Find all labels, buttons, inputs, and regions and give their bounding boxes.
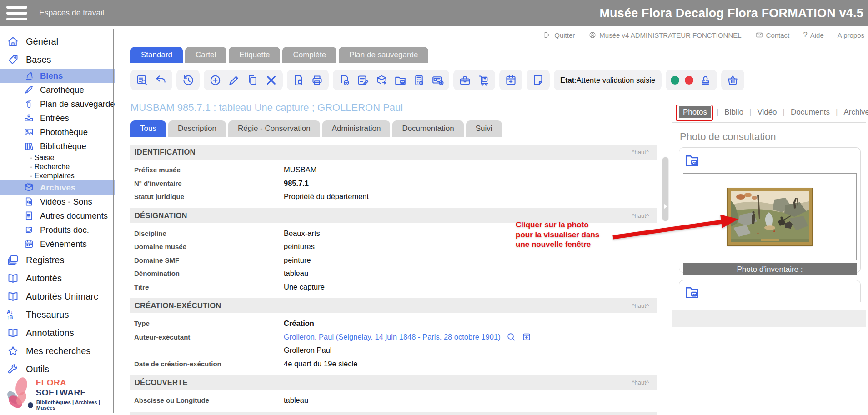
- sidebar-item-biens[interactable]: Biens: [0, 69, 115, 83]
- sidebar-item-caroth-que[interactable]: Carothèque: [0, 83, 115, 97]
- sidebar-item-g-n-ral[interactable]: Général: [0, 32, 115, 50]
- sidebar-item-label: Evènements: [40, 239, 87, 249]
- user-link-a[interactable]: A propos: [838, 31, 864, 39]
- record-tab-suivi[interactable]: Suivi: [466, 120, 502, 137]
- view-tab-etiquette[interactable]: Etiquette: [229, 47, 280, 63]
- user-link-contact[interactable]: Contact: [755, 31, 790, 39]
- record-tab-description[interactable]: Description: [168, 120, 226, 137]
- sidebar-item-phototh-que[interactable]: Photothèque: [0, 125, 115, 139]
- record-tab-documentation[interactable]: Documentation: [392, 120, 463, 137]
- sidebar-item-plan-de-sauvegarde[interactable]: Plan de sauvegarde: [0, 97, 115, 111]
- user-link-aide[interactable]: ?Aide: [803, 30, 824, 40]
- sidebar-item-recherche[interactable]: - Recherche: [0, 162, 115, 171]
- open-book-icon: [7, 327, 19, 339]
- media-tab-vid-o[interactable]: Vidéo: [757, 108, 777, 117]
- section-header: CRÉATION-EXÉCUTION^haut^: [130, 298, 657, 313]
- back-to-top-link[interactable]: ^haut^: [632, 379, 649, 386]
- section-description: DESCRIPTION^haut^: [130, 412, 657, 415]
- view-tab-standard[interactable]: Standard: [130, 47, 183, 63]
- section-cr-ation-ex-cution: CRÉATION-EXÉCUTION^haut^TypeCréationAute…: [130, 298, 657, 375]
- section-d-couverte: DÉCOUVERTE^haut^Abscisse ou Longitudetab…: [130, 375, 657, 412]
- calculator-icon[interactable]: [412, 74, 426, 87]
- sidebar-item-outils[interactable]: Outils: [0, 360, 115, 378]
- menu-icon[interactable]: [6, 6, 27, 20]
- sidebar-item-archives[interactable]: Archives: [0, 180, 115, 195]
- brand-tagline: Bibliothèques | Archives | Musées: [36, 400, 115, 410]
- home-icon: [7, 35, 19, 48]
- history-icon[interactable]: [181, 74, 195, 87]
- record-tab-administration[interactable]: Administration: [322, 120, 391, 137]
- open-book-icon: [7, 290, 19, 303]
- sidebar-item-label: Registres: [26, 255, 64, 265]
- page: Espaces de travail Musée Flora Decalog F…: [0, 0, 868, 415]
- folder-media-icon[interactable]: [394, 74, 407, 87]
- sidebar-item-biblioth-que[interactable]: Bibliothèque: [0, 139, 115, 153]
- field-row: Auteur-exécutantGrolleron, Paul (Seignel…: [130, 330, 657, 344]
- delete-icon[interactable]: [265, 74, 278, 87]
- box-transfer-icon[interactable]: [375, 74, 388, 87]
- basket-icon[interactable]: [726, 74, 739, 87]
- file-print-icon[interactable]: [292, 74, 305, 87]
- view-tab-cartel[interactable]: Cartel: [185, 47, 226, 63]
- field-value-text: peinture: [284, 256, 311, 265]
- sidebar-item-bases[interactable]: Bases: [0, 50, 115, 69]
- user-link-label: A propos: [838, 31, 864, 39]
- back-to-top-link[interactable]: ^haut^: [632, 149, 649, 155]
- back-to-top-link[interactable]: ^haut^: [632, 302, 649, 309]
- sidebar-item-exemplaires[interactable]: - Exemplaires: [0, 171, 115, 180]
- note-icon[interactable]: [532, 74, 545, 87]
- authority-link[interactable]: Grolleron, Paul (Seignelay, 14 juin 1848…: [284, 333, 501, 341]
- copy-icon[interactable]: [246, 74, 259, 87]
- highlighted-tab-wrap: Photos: [679, 108, 711, 117]
- extinguisher-icon: [24, 99, 34, 109]
- printer-icon[interactable]: [311, 74, 324, 87]
- field-value-text: Une capture: [284, 283, 325, 291]
- record-search-icon[interactable]: [135, 74, 149, 87]
- section-identification: IDENTIFICATION^haut^Préfixe muséeMUSBAMN…: [130, 145, 657, 208]
- sidebar-item-registres[interactable]: Registres: [0, 251, 115, 269]
- folder-image-icon[interactable]: [684, 284, 700, 300]
- sidebar-item-produits-doc[interactable]: Produits doc.: [0, 223, 115, 237]
- sidebar-item-ev-nements[interactable]: Evènements: [0, 237, 115, 251]
- red-dot[interactable]: [685, 76, 693, 85]
- media-tab-archives[interactable]: Archives: [843, 108, 868, 117]
- view-tab-compl-te[interactable]: Complète: [282, 47, 336, 63]
- sidebar-item-autres-documents[interactable]: Autres documents: [0, 209, 115, 223]
- search-icon[interactable]: [506, 332, 516, 342]
- list-edit-icon[interactable]: [356, 74, 370, 87]
- sidebar-item-label: Autorités Unimarc: [26, 291, 98, 302]
- record-title: MUSBAM 985.7.1 : tableau Une capture ; G…: [130, 102, 662, 114]
- record-tab-tous[interactable]: Tous: [130, 120, 166, 137]
- sidebar-item-entr-es[interactable]: Entrées: [0, 111, 115, 125]
- toolbox-icon[interactable]: [458, 74, 472, 87]
- books-icon: [24, 141, 34, 151]
- toolbar-group: [527, 70, 550, 90]
- workspace-label[interactable]: Espaces de travail: [39, 8, 104, 18]
- field-row: TitreUne capture: [130, 280, 657, 294]
- open-window-icon[interactable]: [522, 332, 532, 342]
- field-value-text: Propriété du département: [284, 192, 369, 201]
- trolley-icon[interactable]: [477, 74, 490, 87]
- folder-image-icon[interactable]: [684, 152, 700, 169]
- file-attachment-icon[interactable]: [338, 74, 351, 87]
- stamp-icon[interactable]: [699, 74, 712, 87]
- sidebar-item-annotations[interactable]: Annotations: [0, 324, 115, 342]
- calendar-add-icon[interactable]: [504, 74, 517, 87]
- media-tab-documents[interactable]: Documents: [791, 108, 830, 117]
- record-state-badge: Etat : Attente validation saisie: [554, 70, 662, 90]
- view-tab-plan-de-sauvegarde[interactable]: Plan de sauvegarde: [339, 47, 428, 63]
- add-record-icon[interactable]: [209, 74, 222, 87]
- undo-icon[interactable]: [154, 74, 167, 87]
- edit-icon[interactable]: [227, 74, 241, 87]
- sidebar-item-vid-os-sons[interactable]: Vidéos - Sons: [0, 195, 115, 209]
- sidebar-item-autorit-s-unimarc[interactable]: Autorités Unimarc: [0, 287, 115, 305]
- card-add-icon[interactable]: [431, 74, 444, 87]
- sidebar-item-thesaurus[interactable]: A↓↑BThesaurus: [0, 305, 115, 324]
- media-tab-photos[interactable]: Photos: [679, 106, 711, 118]
- sidebar-item-saisie[interactable]: - Saisie: [0, 153, 115, 162]
- green-dot[interactable]: [671, 76, 679, 85]
- record-tab-r-gie-conservation[interactable]: Régie - Conservation: [228, 120, 320, 137]
- sidebar-item-autorit-s[interactable]: Autorités: [0, 269, 115, 287]
- sidebar-item-mes-recherches[interactable]: Mes recherches: [0, 342, 115, 360]
- media-tab-biblio[interactable]: Biblio: [724, 108, 743, 117]
